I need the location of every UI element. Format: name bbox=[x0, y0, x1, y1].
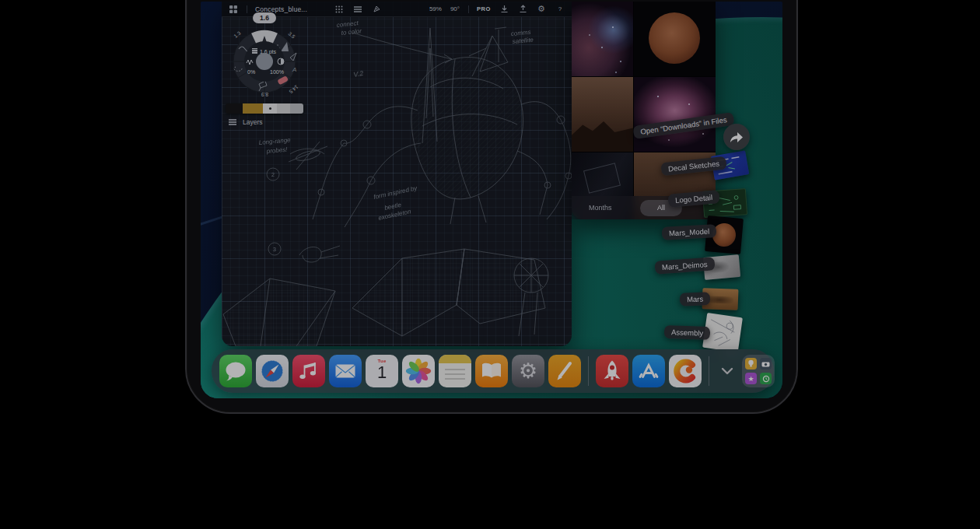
dock-divider bbox=[588, 356, 589, 386]
export-share-icon[interactable] bbox=[517, 3, 528, 16]
swatch-gold[interactable] bbox=[243, 103, 263, 114]
concepts-app-window: connect to color comms satellite V.2 Lon… bbox=[222, 2, 572, 346]
dock-app-linea[interactable] bbox=[548, 355, 581, 387]
canvas-annotation-number-2: 2 bbox=[271, 172, 275, 177]
tab-months[interactable]: Months bbox=[589, 204, 612, 212]
canvas-annotation-probes-1: Long-range bbox=[258, 136, 291, 146]
swatch-gray[interactable] bbox=[290, 103, 303, 114]
layers-label: Layers bbox=[243, 118, 263, 126]
photo-flame-nebula[interactable] bbox=[572, 2, 633, 76]
color-palette-bar bbox=[226, 103, 303, 114]
canvas-annotation-number-3: 3 bbox=[273, 247, 276, 252]
dock-app-appstore[interactable] bbox=[632, 355, 665, 387]
ipad-device: connect to color comms satellite V.2 Lon… bbox=[185, 0, 798, 414]
dock-app-messages[interactable] bbox=[219, 355, 252, 387]
opacity-max-label: 100% bbox=[270, 69, 284, 75]
notes-header-band bbox=[439, 355, 471, 363]
canvas-annotation-connect-2: to color bbox=[341, 27, 362, 37]
books-open-book-icon bbox=[475, 355, 508, 387]
toolbar-divider bbox=[468, 5, 469, 13]
help-button[interactable]: ? bbox=[555, 3, 565, 16]
dock-app-concepts[interactable] bbox=[669, 355, 702, 387]
photos-app-window: Months All bbox=[572, 2, 716, 219]
concepts-c-icon bbox=[669, 355, 702, 387]
photo-mars-landscape[interactable] bbox=[572, 77, 633, 152]
pen-nib-icon[interactable] bbox=[371, 3, 382, 16]
tool-size-tab: 1.6 bbox=[260, 14, 269, 22]
layers-menu-icon bbox=[228, 118, 237, 126]
text-tool-icon: A bbox=[292, 66, 296, 73]
pro-badge[interactable]: PRO bbox=[477, 3, 491, 16]
chevron-down-icon bbox=[719, 366, 735, 376]
dock-app-photos[interactable] bbox=[402, 355, 435, 387]
photo-background: connect to color comms satellite V.2 Lon… bbox=[0, 0, 980, 529]
safari-compass-icon bbox=[256, 355, 289, 387]
canvas-annotation-comms-2: satellite bbox=[512, 37, 534, 45]
app-library-tips-icon bbox=[745, 358, 757, 370]
dock-app-settings[interactable]: ⚙ bbox=[512, 355, 544, 387]
ipad-screen: connect to color comms satellite V.2 Lon… bbox=[201, 2, 782, 398]
layers-button[interactable]: Layers bbox=[228, 118, 263, 126]
photo-mars-globe[interactable] bbox=[634, 2, 716, 76]
import-icon[interactable] bbox=[499, 3, 509, 16]
photos-flower-icon bbox=[402, 355, 435, 387]
tool-size-label-tr: 3.5 bbox=[287, 30, 296, 39]
share-forward-button[interactable] bbox=[723, 124, 750, 150]
dots-grid-icon[interactable] bbox=[334, 3, 345, 16]
app-library-camera-icon bbox=[760, 358, 772, 370]
dock-divider bbox=[709, 356, 709, 386]
dock-app-safari[interactable] bbox=[256, 355, 289, 387]
canvas-annotation-form-1: form inspired by bbox=[373, 184, 419, 201]
swatch-light-gray[interactable] bbox=[277, 103, 290, 114]
dock-app-music[interactable] bbox=[292, 355, 325, 387]
tool-size-label-br: 14.5 bbox=[288, 84, 299, 95]
dock-app-notes[interactable] bbox=[439, 355, 471, 387]
dock-app-books[interactable] bbox=[475, 355, 508, 387]
opacity-min-label: 0% bbox=[247, 69, 255, 75]
forward-arrow-icon bbox=[729, 130, 744, 144]
rotation-angle[interactable]: 90° bbox=[450, 3, 460, 16]
rocket-icon bbox=[596, 355, 628, 387]
dock-app-rocket[interactable] bbox=[596, 355, 628, 387]
canvas-annotation-probes-2: probes! bbox=[265, 146, 288, 155]
photo-orion-nebula[interactable] bbox=[634, 77, 716, 152]
layers-stack-icon[interactable] bbox=[352, 3, 363, 16]
music-note-icon bbox=[292, 355, 325, 387]
dock-collapse-button[interactable] bbox=[716, 355, 738, 387]
brush-preview[interactable] bbox=[256, 53, 273, 70]
dock-app-library[interactable]: ★ bbox=[742, 355, 775, 387]
toolbar-divider bbox=[247, 5, 247, 13]
appstore-a-icon bbox=[632, 355, 665, 387]
dock-app-mail[interactable] bbox=[329, 355, 362, 387]
linea-pen-icon bbox=[548, 355, 581, 387]
app-library-star-icon: ★ bbox=[745, 373, 757, 384]
tool-size-label-tl: 1.3 bbox=[233, 30, 242, 38]
swatch-black[interactable] bbox=[226, 103, 243, 114]
messages-bubble-icon bbox=[219, 355, 252, 387]
document-title[interactable]: Concepts_blue... bbox=[255, 5, 307, 13]
dock-app-calendar[interactable]: Tue 1 bbox=[366, 355, 398, 387]
drag-label-mars[interactable]: Mars bbox=[680, 292, 711, 306]
settings-gear-glyph: ⚙ bbox=[519, 361, 537, 382]
settings-gear-icon[interactable]: ⚙ bbox=[536, 3, 547, 16]
swatch-white-selected[interactable] bbox=[263, 103, 277, 114]
tool-wheel[interactable]: 1.6 A bbox=[228, 12, 303, 100]
canvas-annotation-form-3: exoskeleton bbox=[378, 208, 412, 222]
app-library-clock-icon bbox=[760, 373, 772, 384]
tool-size-label-b: 8.9 bbox=[261, 92, 268, 97]
zoom-level[interactable]: 59% bbox=[429, 3, 442, 16]
dock: Tue 1 bbox=[212, 349, 774, 393]
calendar-day: 1 bbox=[366, 363, 398, 383]
canvas-annotation-version: V.2 bbox=[353, 69, 364, 79]
drag-label-assembly[interactable]: Assembly bbox=[664, 325, 711, 340]
mail-envelope-icon bbox=[329, 355, 362, 387]
